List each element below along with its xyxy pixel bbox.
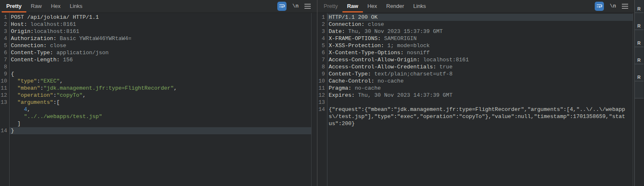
line-number: 11 bbox=[317, 85, 327, 92]
line-number: 7 bbox=[0, 56, 9, 63]
line-number: 3 bbox=[317, 28, 327, 35]
word-wrap-icon[interactable] bbox=[595, 2, 604, 11]
code-text-segment: text/plain;charset=utf-8 bbox=[374, 71, 452, 77]
line-text: "type":"EXEC", bbox=[9, 78, 311, 85]
inspector-section-5[interactable]: R bbox=[635, 64, 644, 81]
code-line: 6Content-Type: application/json bbox=[0, 49, 311, 56]
code-text-segment bbox=[365, 21, 368, 28]
code-text-segment: } bbox=[11, 128, 14, 134]
request-tabs: PrettyRawHexLinks bbox=[2, 0, 87, 13]
code-text-segment: Basic YWRtaW46YWRtaW4= bbox=[60, 35, 132, 42]
inspector-section-6[interactable] bbox=[635, 81, 644, 98]
request-editor[interactable]: 1POST /api/jolokia/ HTTP/1.12Host: local… bbox=[0, 13, 312, 186]
word-wrap-icon[interactable] bbox=[277, 2, 287, 11]
inspector-section-2[interactable]: R bbox=[635, 13, 644, 30]
code-text-segment bbox=[11, 78, 18, 84]
inspector-section-1[interactable]: R bbox=[635, 0, 644, 13]
code-line: 5Connection: close bbox=[0, 42, 311, 49]
inspector-section-label: R bbox=[637, 58, 641, 63]
response-tab-raw[interactable]: Raw bbox=[342, 0, 363, 13]
response-tab-links[interactable]: Links bbox=[408, 0, 430, 13]
line-number: 9 bbox=[317, 70, 327, 78]
request-tab-raw[interactable]: Raw bbox=[26, 0, 46, 13]
code-text-segment: Cache-Control: bbox=[329, 78, 374, 84]
line-text: X-Content-Type-Options: nosniff bbox=[327, 49, 633, 56]
response-tab-hex[interactable]: Hex bbox=[363, 0, 382, 13]
line-number: 4 bbox=[0, 35, 9, 42]
code-text-segment bbox=[374, 78, 378, 84]
code-text-segment: X-Content-Type-Options: bbox=[329, 50, 403, 56]
code-text-segment bbox=[56, 35, 60, 42]
code-text-segment: , bbox=[83, 92, 86, 98]
code-line: 1POST /api/jolokia/ HTTP/1.1 bbox=[0, 14, 311, 21]
request-tab-hex[interactable]: Hex bbox=[46, 0, 65, 13]
code-text-segment bbox=[11, 92, 18, 98]
line-number: 9 bbox=[0, 70, 9, 78]
line-number: 11 bbox=[0, 85, 9, 92]
code-text-segment: Origin: bbox=[11, 28, 34, 35]
code-text-segment: Expires: bbox=[329, 92, 355, 98]
code-line: 11 "mbean":"jdk.management.jfr:type=Flig… bbox=[0, 85, 311, 92]
response-code: 1HTTP/1.1 200 OK2Connection: close3Date:… bbox=[317, 14, 633, 127]
code-text-segment: Thu, 30 Nov 2023 14:37:39 GMT bbox=[358, 92, 452, 98]
line-text: Connection: close bbox=[9, 42, 311, 49]
code-text-segment: application/json bbox=[56, 50, 109, 56]
hamburger-menu-icon[interactable] bbox=[622, 4, 628, 9]
request-tab-pretty[interactable]: Pretty bbox=[2, 0, 26, 13]
newline-glyphs-icon[interactable]: \n bbox=[292, 3, 299, 9]
code-line: 4, bbox=[0, 106, 311, 113]
line-text: ] bbox=[9, 120, 311, 127]
code-text-segment: ] bbox=[11, 121, 20, 127]
code-line: 9Content-Type: text/plain;charset=utf-8 bbox=[317, 70, 633, 78]
code-text-segment: Access-Control-Allow-Origin: bbox=[329, 57, 420, 63]
response-editor[interactable]: 1HTTP/1.1 200 OK2Connection: close3Date:… bbox=[317, 13, 633, 186]
line-text: Date: Thu, 30 Nov 2023 15:37:39 GMT bbox=[327, 28, 633, 35]
code-text-segment: Access-Control-Allow-Credentials: bbox=[329, 64, 436, 70]
code-text-segment bbox=[27, 21, 30, 28]
code-line: 14{"request":{"mbean":"jdk.management.jf… bbox=[317, 106, 633, 127]
line-number: 6 bbox=[317, 49, 327, 56]
line-text: HTTP/1.1 200 OK bbox=[327, 14, 633, 21]
code-text-segment: 156 bbox=[63, 57, 73, 63]
code-text-segment: : bbox=[40, 85, 43, 91]
inspector-section-3[interactable]: R bbox=[635, 30, 644, 47]
inspector-collapsed-strip: RRRRR bbox=[634, 0, 644, 186]
code-text-segment: 1; mode=block bbox=[387, 43, 429, 49]
line-number: 5 bbox=[0, 42, 9, 49]
line-number: 8 bbox=[0, 63, 9, 70]
inspector-section-label: R bbox=[637, 40, 641, 45]
line-text: "operation":"copyTo", bbox=[9, 92, 311, 99]
code-text-segment: , bbox=[60, 78, 63, 84]
newline-glyphs-icon[interactable]: \n bbox=[610, 3, 616, 9]
request-tab-links[interactable]: Links bbox=[65, 0, 87, 13]
code-text-segment bbox=[47, 43, 50, 49]
code-text-segment: POST /api/jolokia/ HTTP/1.1 bbox=[11, 14, 99, 20]
code-text-segment bbox=[60, 57, 63, 63]
code-line: 6X-Content-Type-Options: nosniff bbox=[317, 49, 633, 56]
code-text-segment: HTTP/1.1 200 OK bbox=[329, 14, 378, 20]
hamburger-menu-icon[interactable] bbox=[304, 4, 311, 9]
code-line: ] bbox=[0, 120, 311, 127]
code-line: 2Host: localhost:8161 bbox=[0, 21, 311, 28]
code-line: 9{ bbox=[0, 70, 311, 78]
code-line: 5X-XSS-Protection: 1; mode=block bbox=[317, 42, 633, 49]
line-text: {"request":{"mbean":"jdk.management.jfr:… bbox=[327, 106, 633, 127]
code-text-segment: "EXEC" bbox=[40, 78, 60, 84]
code-text-segment bbox=[345, 28, 348, 35]
line-text: 4, bbox=[9, 106, 311, 113]
line-text: Origin:localhost:8161 bbox=[9, 28, 311, 35]
response-editor-icons: \n bbox=[595, 0, 634, 13]
request-panel: PrettyRawHexLinks \n 1POST /api/jolokia/… bbox=[0, 0, 317, 186]
line-text: Cache-Control: no-cache bbox=[327, 78, 633, 85]
code-text-segment: close bbox=[50, 43, 66, 49]
request-tabbar: PrettyRawHexLinks \n bbox=[0, 0, 317, 13]
response-tab-pretty[interactable]: Pretty bbox=[319, 0, 342, 13]
response-tab-render[interactable]: Render bbox=[382, 0, 409, 13]
inspector-section-label: R bbox=[637, 23, 641, 28]
line-number: 7 bbox=[317, 56, 327, 63]
line-text: "arguments":[ bbox=[9, 99, 311, 106]
code-text-segment: , bbox=[174, 85, 177, 91]
code-text-segment: nosniff bbox=[407, 50, 430, 56]
code-text-segment: no-cache bbox=[378, 78, 403, 84]
inspector-section-4[interactable]: R bbox=[635, 47, 644, 64]
